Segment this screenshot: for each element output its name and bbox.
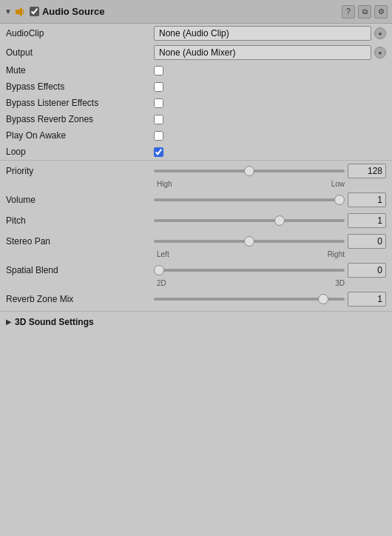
volume-slider[interactable]	[154, 198, 345, 201]
stereo-pan-sub-left: Left	[154, 250, 328, 258]
output-field[interactable]: None (Audio Mixer)	[154, 45, 371, 60]
priority-slider[interactable]	[154, 170, 345, 172]
stereo-pan-slider-container	[154, 235, 345, 247]
stereo-pan-value[interactable]: 0	[348, 234, 386, 249]
stereo-pan-slider-row: Stereo Pan 0 Left Right	[0, 231, 392, 260]
bypass-listener-checkbox[interactable]	[154, 98, 163, 108]
stereo-pan-sub-right: Right	[328, 250, 386, 258]
component-title: Audio Source	[42, 6, 339, 17]
priority-slider-container	[154, 165, 345, 177]
spatial-blend-slider[interactable]	[154, 269, 345, 272]
volume-slider-container	[154, 194, 345, 206]
priority-slider-row: Priority 128 High Low	[0, 161, 392, 190]
output-picker-btn[interactable]: ●	[374, 47, 386, 58]
loop-checkbox[interactable]	[154, 147, 163, 157]
audioclip-picker-btn[interactable]: ●	[374, 27, 386, 39]
bypass-effects-checkbox[interactable]	[154, 82, 163, 92]
3d-sound-settings-row[interactable]: ▶ 3D Sound Settings	[0, 311, 392, 332]
spatial-blend-slider-container	[154, 264, 345, 276]
play-on-awake-label: Play On Awake	[6, 130, 154, 141]
pitch-value[interactable]: 1	[348, 213, 386, 228]
stereo-pan-sub-labels: Left Right	[6, 250, 386, 258]
spatial-blend-value[interactable]: 0	[348, 263, 386, 278]
spatial-blend-sub-left: 2D	[154, 279, 335, 287]
spatial-blend-label: Spatial Blend	[6, 265, 154, 275]
priority-sub-right: Low	[331, 180, 386, 188]
preset-icon-btn[interactable]: ⧉	[358, 5, 371, 19]
priority-value[interactable]: 128	[348, 164, 386, 178]
output-right: None (Audio Mixer) ●	[154, 45, 386, 60]
bypass-reverb-checkbox[interactable]	[154, 115, 163, 124]
audioclip-label: AudioClip	[6, 28, 154, 38]
audioclip-field[interactable]: None (Audio Clip)	[154, 26, 371, 41]
reverb-zone-mix-slider-container	[154, 293, 345, 305]
audioclip-row: AudioClip None (Audio Clip) ●	[0, 24, 392, 43]
volume-label: Volume	[6, 195, 154, 205]
bypass-effects-label: Bypass Effects	[6, 81, 154, 92]
volume-slider-row: Volume 1	[0, 190, 392, 210]
bypass-reverb-row: Bypass Reverb Zones	[0, 111, 392, 127]
loop-label: Loop	[6, 147, 154, 157]
bypass-effects-row: Bypass Effects	[0, 78, 392, 95]
mute-checkbox[interactable]	[154, 66, 163, 76]
pitch-slider-row: Pitch 1	[0, 210, 392, 231]
collapse-arrow[interactable]: ▼	[4, 7, 12, 16]
bypass-listener-row: Bypass Listener Effects	[0, 95, 392, 111]
help-icon-btn[interactable]: ?	[342, 5, 355, 19]
priority-label: Priority	[6, 166, 154, 176]
mute-row: Mute	[0, 62, 392, 78]
spatial-blend-sub-labels: 2D 3D	[6, 279, 386, 287]
stereo-pan-slider[interactable]	[154, 240, 345, 243]
3d-sound-settings-label: 3D Sound Settings	[15, 317, 94, 327]
settings-icon-btn[interactable]: ⚙	[374, 5, 388, 19]
reverb-zone-mix-label: Reverb Zone Mix	[6, 294, 154, 304]
svg-rect-0	[16, 10, 18, 14]
reverb-zone-mix-slider-row: Reverb Zone Mix 1	[0, 289, 392, 309]
svg-marker-1	[18, 7, 22, 16]
pitch-slider[interactable]	[154, 219, 345, 222]
pitch-label: Pitch	[6, 215, 154, 226]
loop-row: Loop	[0, 144, 392, 160]
bypass-listener-label: Bypass Listener Effects	[6, 98, 154, 108]
audioclip-right: None (Audio Clip) ●	[154, 26, 386, 41]
priority-sub-left: High	[154, 180, 331, 188]
play-on-awake-checkbox[interactable]	[154, 131, 163, 141]
mute-label: Mute	[6, 65, 154, 76]
header-icons: ? ⧉ ⚙	[342, 5, 388, 19]
audio-source-panel: ▼ Audio Source ? ⧉ ⚙ AudioClip None (Aud…	[0, 0, 392, 332]
play-on-awake-row: Play On Awake	[0, 127, 392, 144]
stereo-pan-label: Stereo Pan	[6, 236, 154, 247]
bypass-reverb-label: Bypass Reverb Zones	[6, 114, 154, 124]
component-header: ▼ Audio Source ? ⧉ ⚙	[0, 0, 392, 24]
spatial-blend-sub-right: 3D	[335, 279, 386, 287]
output-label: Output	[6, 47, 154, 58]
reverb-zone-mix-value[interactable]: 1	[348, 292, 386, 306]
spatial-blend-slider-row: Spatial Blend 0 2D 3D	[0, 260, 392, 289]
volume-value[interactable]: 1	[348, 192, 386, 207]
priority-sub-labels: High Low	[6, 180, 386, 188]
component-enabled-checkbox[interactable]	[30, 7, 39, 16]
output-row: Output None (Audio Mixer) ●	[0, 43, 392, 62]
speaker-icon	[15, 7, 25, 17]
reverb-zone-mix-slider[interactable]	[154, 298, 345, 301]
3d-sound-expand-arrow: ▶	[6, 318, 12, 326]
pitch-slider-container	[154, 215, 345, 227]
